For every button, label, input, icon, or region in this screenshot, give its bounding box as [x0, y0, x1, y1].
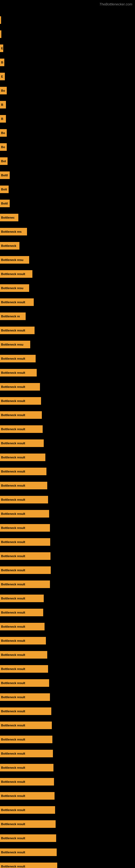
bar-row-6: B: [0, 101, 6, 108]
bar-row-48: Bottleneck result: [0, 693, 50, 701]
bar-row-56: Bottleneck result: [0, 806, 55, 814]
bar-row-24: Bottleneck result: [0, 355, 36, 362]
bar-row-20: Bottleneck result: [0, 299, 34, 306]
bar-row-19: Bottleneck resu: [0, 284, 29, 292]
bar-row-35: Bottleneck result: [0, 510, 49, 518]
bar-row-9: Bo: [0, 143, 7, 151]
bar-row-58: Bottleneck result: [0, 834, 56, 842]
bar-row-32: Bottleneck result: [0, 468, 46, 475]
bar-row-51: Bottleneck result: [0, 736, 52, 743]
bar-row-40: Bottleneck result: [0, 581, 50, 588]
bar-row-47: Bottleneck result: [0, 679, 49, 687]
bar-row-4: E: [0, 73, 5, 80]
bar-row-16: Bottleneck: [0, 242, 19, 250]
bar-row-45: Bottleneck result: [0, 651, 47, 659]
bar-row-39: Bottleneck result: [0, 566, 51, 574]
bar-row-33: Bottleneck result: [0, 482, 47, 489]
bar-row-37: Bottleneck result: [0, 538, 50, 546]
bar-row-5: Bo: [0, 87, 7, 94]
bar-row-22: Bottleneck result: [0, 327, 35, 334]
bar-row-49: Bottleneck result: [0, 707, 51, 715]
bar-row-11: Bottl: [0, 172, 10, 179]
bar-row-38: Bottleneck result: [0, 552, 50, 560]
bar-row-42: Bottleneck result: [0, 609, 43, 616]
bar-row-28: Bottleneck result: [0, 411, 42, 419]
bar-row-8: Bo: [0, 129, 7, 137]
bar-row-60: Bottleneck result: [0, 863, 57, 868]
site-title: TheBottlenecker.com: [99, 2, 132, 6]
bar-row-54: Bottleneck result: [0, 778, 54, 785]
bar-row-2: E: [0, 44, 3, 52]
bar-row-50: Bottleneck result: [0, 721, 52, 729]
bar-row-14: Bottlenec: [0, 214, 18, 221]
bar-row-44: Bottleneck result: [0, 637, 46, 645]
bar-row-36: Bottleneck result: [0, 524, 50, 532]
bar-row-12: Bott: [0, 186, 9, 193]
bar-row-59: Bottleneck result: [0, 848, 57, 856]
bar-row-25: Bottleneck result: [0, 369, 37, 376]
bar-row-52: Bottleneck result: [0, 750, 53, 757]
bar-row-0: [0, 16, 1, 24]
bar-row-55: Bottleneck result: [0, 792, 54, 800]
bar-row-23: Bottleneck resu: [0, 341, 30, 348]
bar-row-26: Bottleneck result: [0, 383, 40, 391]
bar-row-7: B: [0, 115, 6, 123]
bar-row-15: Bottleneck res: [0, 228, 27, 236]
bar-row-17: Bottleneck resu: [0, 256, 29, 264]
bar-row-3: B: [0, 59, 4, 66]
bar-row-41: Bottleneck result: [0, 595, 44, 602]
bar-row-13: Bottl: [0, 199, 10, 207]
bar-row-18: Bottleneck result: [0, 270, 32, 278]
bar-row-10: Bot: [0, 157, 8, 165]
bar-row-31: Bottleneck result: [0, 454, 45, 461]
bar-row-34: Bottleneck result: [0, 496, 48, 503]
bar-row-29: Bottleneck result: [0, 425, 43, 433]
bar-row-43: Bottleneck result: [0, 623, 45, 630]
bar-row-57: Bottleneck result: [0, 820, 56, 828]
bar-row-21: Bottleneck re: [0, 312, 26, 320]
bar-row-1: [0, 30, 1, 38]
bar-row-27: Bottleneck result: [0, 397, 41, 405]
bar-row-30: Bottleneck result: [0, 439, 44, 447]
bar-row-53: Bottleneck result: [0, 764, 53, 771]
bar-row-46: Bottleneck result: [0, 665, 48, 673]
